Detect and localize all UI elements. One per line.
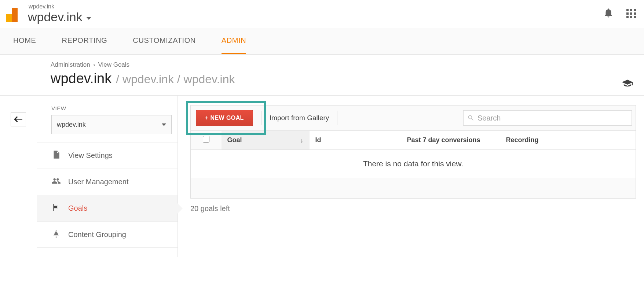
sort-desc-icon: ↓ xyxy=(300,136,304,144)
property-selector[interactable]: wpdev.ink wpdev.ink xyxy=(27,3,91,24)
breadcrumb-current: View Goals xyxy=(98,61,129,69)
sidebar-item-label: View Settings xyxy=(68,151,113,160)
person-grouping-icon xyxy=(51,229,61,240)
view-sidebar: VIEW wpdev.ink View Settings User Manage… xyxy=(37,96,178,257)
nav-tab-admin[interactable]: ADMIN xyxy=(222,28,246,54)
col-header-recording[interactable]: Recording xyxy=(500,131,636,150)
graduation-cap-icon[interactable] xyxy=(621,78,634,89)
search-box[interactable] xyxy=(463,110,632,126)
sidebar-section-label: VIEW xyxy=(37,105,178,115)
caret-down-icon xyxy=(86,17,91,20)
col-header-past7[interactable]: Past 7 day conversions xyxy=(401,131,500,150)
page-header: Administration › View Goals wpdev.ink / … xyxy=(0,55,644,96)
goals-remaining-label: 20 goals left xyxy=(190,204,636,213)
document-icon xyxy=(51,150,61,161)
col-header-id[interactable]: Id xyxy=(310,131,401,150)
import-from-gallery-link[interactable]: Import from Gallery xyxy=(270,114,329,122)
apps-grid-icon[interactable] xyxy=(626,9,636,18)
select-all-checkbox[interactable] xyxy=(203,136,209,143)
main-content: + NEW GOAL Import from Gallery Go xyxy=(178,96,644,257)
toolbar-separator xyxy=(337,111,337,125)
nav-tab-customization[interactable]: CUSTOMIZATION xyxy=(133,28,196,54)
nav-tab-reporting[interactable]: REPORTING xyxy=(62,28,107,54)
property-small-label: wpdev.ink xyxy=(27,3,91,10)
back-button[interactable] xyxy=(11,112,26,126)
breadcrumb: Administration › View Goals xyxy=(51,61,644,69)
search-icon xyxy=(467,114,475,122)
sidebar-item-content-grouping[interactable]: Content Grouping xyxy=(37,221,178,248)
view-select-value: wpdev.ink xyxy=(57,121,86,129)
sidebar-item-label: Goals xyxy=(68,204,87,212)
goals-toolbar: + NEW GOAL Import from Gallery xyxy=(191,106,636,130)
top-bar: wpdev.ink wpdev.ink xyxy=(0,0,644,28)
page-title-path: / wpdev.ink / wpdev.ink xyxy=(116,73,235,86)
sidebar-item-view-settings[interactable]: View Settings xyxy=(37,142,178,169)
col-header-goal[interactable]: Goal ↓ xyxy=(222,131,310,150)
flag-icon xyxy=(51,203,61,214)
table-footer xyxy=(190,178,636,199)
users-icon xyxy=(51,176,61,188)
select-all-header xyxy=(191,131,222,150)
notifications-icon[interactable] xyxy=(603,7,614,20)
sidebar-item-goals[interactable]: Goals xyxy=(37,195,178,221)
goals-table: Goal ↓ Id Past 7 day conversions Recordi… xyxy=(190,130,636,178)
left-gutter xyxy=(0,96,37,257)
sidebar-item-user-management[interactable]: User Management xyxy=(37,169,178,195)
analytics-logo-icon xyxy=(4,7,20,23)
toolbar-separator xyxy=(261,111,261,125)
new-goal-button[interactable]: + NEW GOAL xyxy=(196,110,253,126)
view-select-dropdown[interactable]: wpdev.ink xyxy=(51,115,172,134)
sidebar-item-label: Content Grouping xyxy=(68,230,126,239)
main-nav: HOME REPORTING CUSTOMIZATION ADMIN xyxy=(0,28,644,55)
page-title: wpdev.ink xyxy=(51,71,111,86)
empty-state-message: There is no data for this view. xyxy=(191,150,636,178)
sidebar-item-label: User Management xyxy=(68,178,129,186)
caret-down-icon xyxy=(162,123,166,126)
breadcrumb-parent[interactable]: Administration xyxy=(51,61,90,69)
breadcrumb-separator: › xyxy=(93,61,95,69)
search-input[interactable] xyxy=(477,114,628,122)
nav-tab-home[interactable]: HOME xyxy=(13,28,36,54)
property-large-label: wpdev.ink xyxy=(28,10,83,24)
